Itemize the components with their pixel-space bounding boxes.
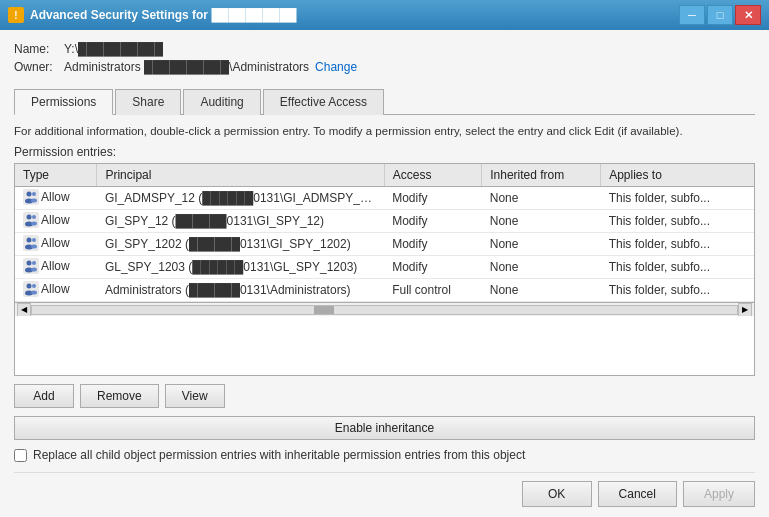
name-value: Y:\██████████ (64, 42, 163, 56)
apply-button[interactable]: Apply (683, 481, 755, 507)
tabs-bar: Permissions Share Auditing Effective Acc… (14, 88, 755, 115)
add-button[interactable]: Add (14, 384, 74, 408)
cell-type-1: Allow (15, 210, 97, 233)
svg-point-4 (31, 199, 37, 203)
dialog-buttons: OK Cancel Apply (14, 472, 755, 507)
scrollbar-thumb[interactable] (314, 306, 334, 314)
cell-access-3: Modify (384, 256, 482, 279)
table-row[interactable]: AllowGI_ADMSPY_12 (██████0131\GI_ADMSPY_… (15, 187, 754, 210)
close-button[interactable]: ✕ (735, 5, 761, 25)
change-owner-link[interactable]: Change (315, 60, 357, 74)
table-row[interactable]: AllowAdministrators (██████0131\Administ… (15, 279, 754, 302)
window-title: Advanced Security Settings for █████████… (30, 8, 296, 22)
user-group-icon (23, 281, 39, 297)
col-header-inherited-from: Inherited from (482, 164, 601, 187)
window-body: Name: Y:\██████████ Owner: Administrator… (0, 30, 769, 517)
cell-applies-2: This folder, subfo... (601, 233, 754, 256)
cell-type-3: Allow (15, 256, 97, 279)
cell-inherited-2: None (482, 233, 601, 256)
svg-point-8 (32, 215, 36, 219)
cell-inherited-1: None (482, 210, 601, 233)
user-group-icon (23, 212, 39, 228)
user-group-icon (23, 189, 39, 205)
cell-access-1: Modify (384, 210, 482, 233)
instruction-text: For additional information, double-click… (14, 123, 755, 139)
tab-share[interactable]: Share (115, 89, 181, 115)
cell-inherited-4: None (482, 279, 601, 302)
owner-label: Owner: (14, 60, 64, 74)
owner-field-row: Owner: Administrators ██████████\Adminis… (14, 60, 755, 74)
name-label: Name: (14, 42, 64, 56)
action-buttons-row: Add Remove View (14, 384, 755, 408)
view-button[interactable]: View (165, 384, 225, 408)
checkbox-row[interactable]: Replace all child object permission entr… (14, 448, 755, 462)
svg-point-3 (32, 192, 36, 196)
cell-access-2: Modify (384, 233, 482, 256)
permission-entries-label: Permission entries: (14, 145, 755, 159)
svg-point-16 (27, 261, 32, 266)
replace-permissions-checkbox[interactable] (14, 449, 27, 462)
user-group-icon (23, 235, 39, 251)
tab-effective-access[interactable]: Effective Access (263, 89, 384, 115)
col-header-access: Access (384, 164, 482, 187)
svg-point-1 (27, 192, 32, 197)
cell-principal-2: GI_SPY_1202 (██████0131\GI_SPY_1202) (97, 233, 384, 256)
cell-inherited-3: None (482, 256, 601, 279)
owner-value: Administrators ██████████\Administrators (64, 60, 309, 74)
enable-inheritance-button[interactable]: Enable inheritance (14, 416, 755, 440)
cell-applies-3: This folder, subfo... (601, 256, 754, 279)
cell-principal-1: GI_SPY_12 (██████0131\GI_SPY_12) (97, 210, 384, 233)
cell-principal-4: Administrators (██████0131\Administrator… (97, 279, 384, 302)
cancel-button[interactable]: Cancel (598, 481, 677, 507)
minimize-button[interactable]: ─ (679, 5, 705, 25)
title-bar: ! Advanced Security Settings for ███████… (0, 0, 769, 30)
cell-inherited-0: None (482, 187, 601, 210)
maximize-button[interactable]: □ (707, 5, 733, 25)
svg-point-13 (32, 238, 36, 242)
svg-point-23 (32, 284, 36, 288)
scroll-left-arrow[interactable]: ◀ (17, 303, 31, 317)
svg-point-21 (27, 284, 32, 289)
table-row[interactable]: AllowGL_SPY_1203 (██████0131\GL_SPY_1203… (15, 256, 754, 279)
window-controls[interactable]: ─ □ ✕ (679, 5, 761, 25)
app-icon: ! (8, 7, 24, 23)
tab-permissions[interactable]: Permissions (14, 89, 113, 115)
ok-button[interactable]: OK (522, 481, 592, 507)
svg-point-18 (32, 261, 36, 265)
scrollbar-track[interactable] (31, 305, 738, 315)
svg-point-9 (31, 222, 37, 226)
horizontal-scrollbar[interactable]: ◀ ▶ (15, 302, 754, 316)
svg-point-19 (31, 268, 37, 272)
svg-point-14 (31, 245, 37, 249)
replace-permissions-label: Replace all child object permission entr… (33, 448, 525, 462)
cell-applies-0: This folder, subfo... (601, 187, 754, 210)
table-row[interactable]: AllowGI_SPY_12 (██████0131\GI_SPY_12)Mod… (15, 210, 754, 233)
cell-access-4: Full control (384, 279, 482, 302)
svg-point-24 (31, 291, 37, 295)
user-group-icon (23, 258, 39, 274)
col-header-type: Type (15, 164, 97, 187)
svg-point-6 (27, 215, 32, 220)
cell-type-0: Allow (15, 187, 97, 210)
cell-access-0: Modify (384, 187, 482, 210)
cell-applies-4: This folder, subfo... (601, 279, 754, 302)
table-header-row: Type Principal Access Inherited from App… (15, 164, 754, 187)
cell-applies-1: This folder, subfo... (601, 210, 754, 233)
permission-table-wrapper: Type Principal Access Inherited from App… (14, 163, 755, 376)
cell-type-2: Allow (15, 233, 97, 256)
scroll-right-arrow[interactable]: ▶ (738, 303, 752, 317)
name-field-row: Name: Y:\██████████ (14, 42, 755, 56)
table-row[interactable]: AllowGI_SPY_1202 (██████0131\GI_SPY_1202… (15, 233, 754, 256)
cell-principal-0: GI_ADMSPY_12 (██████0131\GI_ADMSPY_12) (97, 187, 384, 210)
cell-principal-3: GL_SPY_1203 (██████0131\GL_SPY_1203) (97, 256, 384, 279)
tab-auditing[interactable]: Auditing (183, 89, 260, 115)
col-header-applies-to: Applies to (601, 164, 754, 187)
cell-type-4: Allow (15, 279, 97, 302)
remove-button[interactable]: Remove (80, 384, 159, 408)
col-header-principal: Principal (97, 164, 384, 187)
svg-point-11 (27, 238, 32, 243)
permission-table: Type Principal Access Inherited from App… (15, 164, 754, 302)
